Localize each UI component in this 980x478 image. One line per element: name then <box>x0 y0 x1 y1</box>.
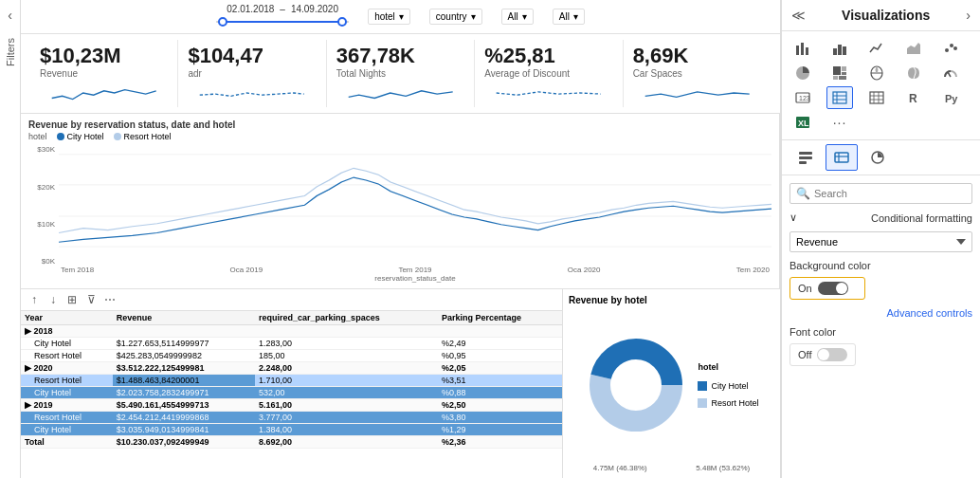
discount-sparkline <box>484 83 612 103</box>
search-icon: 🔍 <box>796 187 810 200</box>
cell-pct: %2,50 <box>438 399 562 412</box>
svg-rect-20 <box>839 76 846 80</box>
city-hotel-legend-dot <box>57 133 64 140</box>
svg-point-15 <box>950 44 953 47</box>
advanced-controls-link[interactable]: Advanced controls <box>789 307 972 319</box>
sort-up-icon[interactable]: ↑ <box>27 292 42 307</box>
viz-map[interactable] <box>863 62 890 84</box>
x-label-4: Tem 2020 <box>736 266 770 274</box>
donut-chart-svg <box>584 333 688 437</box>
x-label-2: Tem 2019 <box>398 266 431 274</box>
cell-pct: %1,29 <box>438 424 562 436</box>
cell-revenue: $2.454.212,4419999868 <box>113 412 255 424</box>
cond-format-header[interactable]: ∨ Conditional formatting <box>789 211 972 224</box>
cell-year: Resort Hotel <box>21 375 113 387</box>
background-color-label: Background color <box>789 260 972 271</box>
table-container[interactable]: Year Revenue required_car_parking_spaces… <box>21 311 562 472</box>
bg-color-toggle[interactable]: On <box>789 277 865 300</box>
viz-scatter-chart[interactable] <box>937 37 964 60</box>
panel-sub-icons <box>782 140 980 175</box>
donut-hotel-label: hotel <box>698 362 758 372</box>
chart-canvas-container: Tem 2018 Oca 2019 Tem 2019 Oca 2020 Tem … <box>59 145 771 283</box>
table-row: Resort Hotel$2.454.212,44199998683.777,0… <box>21 412 562 424</box>
filter-back-icon[interactable]: ‹ <box>8 8 12 23</box>
viz-table[interactable] <box>826 86 853 109</box>
svg-text:XL: XL <box>798 119 809 128</box>
viz-R[interactable]: R <box>900 86 927 109</box>
hotel-filter-dropdown[interactable]: hotel ▾ <box>368 9 410 25</box>
svg-rect-41 <box>799 156 812 159</box>
all1-filter-dropdown[interactable]: All ▾ <box>501 9 534 25</box>
panel-expand-icon[interactable]: › <box>966 8 971 23</box>
viz-line-chart[interactable] <box>863 37 890 60</box>
y-label-30k: $30K <box>28 145 55 154</box>
cell-year: ▶ 2019 <box>21 399 113 412</box>
cell-year: ▶ 2018 <box>21 325 113 338</box>
toggle-track-off[interactable] <box>817 348 847 361</box>
format-icon-btn[interactable] <box>826 144 858 171</box>
viz-excel[interactable]: XL <box>789 111 816 134</box>
table-row: ▶ 2020$3.512.222,1254999812.248,00%2,05 <box>21 362 562 375</box>
viz-python[interactable]: Py <box>937 86 964 109</box>
hotel-dropdown-icon: ▾ <box>399 11 404 22</box>
date-slider[interactable] <box>216 14 349 29</box>
cell-year: City Hotel <box>21 338 113 350</box>
more-icon[interactable]: ⋯ <box>102 292 118 307</box>
line-chart-svg <box>59 145 771 266</box>
data-table: Year Revenue required_car_parking_spaces… <box>21 311 562 449</box>
filter-icon[interactable]: ⊽ <box>83 292 99 307</box>
viz-treemap[interactable] <box>826 62 853 84</box>
filters-sidebar[interactable]: ‹ Filters <box>0 0 21 478</box>
cell-revenue: $5.490.161,4554999713 <box>113 399 255 412</box>
svg-point-14 <box>945 48 949 52</box>
table-header-row: Year Revenue required_car_parking_spaces… <box>21 311 562 325</box>
font-color-toggle[interactable]: Off <box>789 343 856 366</box>
all2-filter-dropdown[interactable]: All ▾ <box>553 9 585 25</box>
viz-bar-chart[interactable] <box>789 37 816 60</box>
viz-icons-grid: 123 R Py XL ··· <box>782 31 980 140</box>
chart-area: Revenue by reservation status, date and … <box>21 114 780 288</box>
search-box[interactable]: 🔍 <box>789 183 972 204</box>
viz-card[interactable]: 123 <box>789 86 816 109</box>
cell-parking: 1.710,00 <box>255 375 438 387</box>
y-label-0k: $0K <box>28 257 55 266</box>
table-row: ▶ 2018 <box>21 325 562 338</box>
country-filter-dropdown[interactable]: country ▾ <box>429 9 482 25</box>
main-content: 02.01.2018 – 14.09.2020 hotel ▾ country … <box>21 0 781 478</box>
table-section: ↑ ↓ ⊞ ⊽ ⋯ Year Revenue required_car_park… <box>21 289 562 478</box>
svg-rect-17 <box>833 66 841 75</box>
svg-rect-43 <box>835 153 848 162</box>
analytics-icon-btn[interactable] <box>862 144 894 171</box>
donut-section: Revenue by hotel hotel City Hotel <box>562 289 780 478</box>
kpi-nights-label: Total Nights <box>336 68 386 79</box>
donut-title: Revenue by hotel <box>569 295 774 305</box>
kpi-discount: %25,81 Average of Discount <box>475 40 623 107</box>
viz-filled-map[interactable] <box>900 62 927 84</box>
viz-column-chart[interactable] <box>826 37 853 60</box>
cell-revenue: $1.488.463,84200001 <box>113 375 255 387</box>
viz-matrix[interactable] <box>863 86 890 109</box>
search-input[interactable] <box>814 188 966 199</box>
viz-pie-chart[interactable] <box>789 62 816 84</box>
field-dropdown[interactable]: Revenue <box>789 231 972 252</box>
expand-icon[interactable]: ⊞ <box>64 292 80 307</box>
viz-more[interactable]: ··· <box>826 111 853 134</box>
country-dropdown-icon: ▾ <box>471 11 476 22</box>
cell-year: City Hotel <box>21 424 113 436</box>
toggle-track-on[interactable] <box>818 282 848 295</box>
sort-down-icon[interactable]: ↓ <box>45 292 61 307</box>
svg-rect-19 <box>833 76 838 80</box>
cell-pct <box>438 325 562 338</box>
filters-label[interactable]: Filters <box>5 38 16 66</box>
table-row: Resort Hotel$1.488.463,842000011.710,00%… <box>21 375 562 387</box>
viz-area-chart[interactable] <box>900 37 927 60</box>
fields-icon-btn[interactable] <box>789 144 822 171</box>
table-row: Resort Hotel$425.283,0549999982185,00%0,… <box>21 350 562 362</box>
cell-parking <box>255 325 438 338</box>
kpi-discount-label: Average of Discount <box>484 68 570 79</box>
table-row: City Hotel$1.227.653,51149999771.283,00%… <box>21 338 562 350</box>
svg-point-6 <box>611 360 661 410</box>
panel-collapse-icon[interactable]: ≪ <box>791 8 806 23</box>
viz-gauge[interactable] <box>937 62 964 84</box>
legend-hotel-label: hotel <box>28 132 47 141</box>
